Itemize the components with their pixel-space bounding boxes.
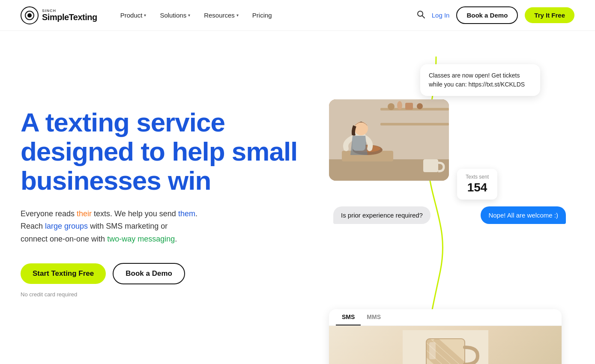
- nav-item-pricing[interactable]: Pricing: [246, 8, 278, 22]
- subtitle-large: large groups: [45, 222, 88, 230]
- login-link[interactable]: Log In: [432, 12, 450, 19]
- hero-title: A texting service designed to help small…: [21, 108, 312, 196]
- hero-left: A texting service designed to help small…: [21, 57, 312, 298]
- svg-rect-26: [429, 342, 436, 359]
- start-texting-free-button[interactable]: Start Texting Free: [21, 263, 106, 284]
- resources-label: Resources: [204, 12, 235, 19]
- subtitle-part5: .: [175, 235, 177, 243]
- book-demo-button-nav[interactable]: Book a Demo: [456, 6, 518, 24]
- logo[interactable]: sinch SimpleTexting: [21, 6, 97, 24]
- svg-rect-17: [423, 159, 438, 172]
- product-label: Product: [120, 12, 143, 19]
- svg-rect-9: [405, 103, 413, 110]
- resources-chevron-icon: ▾: [236, 13, 239, 18]
- hero-section: A texting service designed to help small…: [0, 31, 595, 364]
- subtitle-two-way: two-way messaging: [107, 235, 175, 243]
- svg-point-2: [418, 11, 423, 16]
- hero-illustration: Classes are now open! Get tickets while …: [329, 57, 574, 364]
- no-credit-card-text: No credit card required: [21, 291, 312, 298]
- photo-card: [329, 99, 449, 181]
- mms-image: [329, 326, 562, 364]
- logo-icon: [21, 6, 39, 24]
- navbar: sinch SimpleTexting Product ▾ Solutions …: [0, 0, 595, 31]
- texts-sent-label: Texts sent: [466, 174, 489, 180]
- product-chevron-icon: ▾: [144, 13, 146, 18]
- mms-tab[interactable]: MMS: [361, 309, 387, 325]
- mms-tabs: SMS MMS: [329, 309, 562, 326]
- try-free-button-nav[interactable]: Try It Free: [525, 7, 574, 23]
- photo-inner: [329, 99, 449, 181]
- subtitle-them: them: [178, 209, 195, 218]
- nav-right: Log In Book a Demo Try It Free: [416, 6, 574, 24]
- nav-links: Product ▾ Solutions ▾ Resources ▾ Pricin…: [114, 8, 416, 22]
- logo-text: sinch SimpleTexting: [42, 9, 97, 21]
- solutions-label: Solutions: [160, 12, 186, 19]
- hero-cta: Start Texting Free Book a Demo: [21, 263, 312, 284]
- subtitle-their: their: [77, 209, 92, 218]
- logo-simpletexting-label: SimpleTexting: [42, 13, 97, 21]
- svg-rect-6: [380, 123, 449, 125]
- svg-point-8: [397, 101, 402, 110]
- pottery-illustration: [329, 99, 449, 181]
- mms-card: SMS MMS: [329, 309, 562, 364]
- subtitle-part2: texts. We help you send: [92, 209, 178, 218]
- svg-line-3: [422, 16, 425, 18]
- nav-item-product[interactable]: Product ▾: [114, 8, 152, 22]
- nav-item-solutions[interactable]: Solutions ▾: [154, 8, 196, 22]
- svg-point-7: [388, 103, 395, 110]
- texts-sent-badge: Texts sent 154: [457, 169, 497, 200]
- svg-point-16: [354, 122, 368, 135]
- chat-area: Is prior experience required? Nope! All …: [333, 206, 566, 229]
- nav-item-resources[interactable]: Resources ▾: [198, 8, 245, 22]
- svg-point-1: [27, 13, 32, 18]
- svg-point-10: [417, 103, 423, 109]
- search-icon[interactable]: [416, 10, 425, 21]
- sms-tab[interactable]: SMS: [336, 309, 361, 325]
- outgoing-bubble: Nope! All are welcome :): [481, 206, 566, 224]
- incoming-bubble: Is prior experience required?: [333, 206, 431, 224]
- notification-text: Classes are now open! Get tickets while …: [429, 72, 525, 88]
- texts-sent-count: 154: [466, 181, 489, 194]
- subtitle-part1: Everyone reads: [21, 209, 77, 218]
- book-demo-button-hero[interactable]: Book a Demo: [113, 263, 185, 284]
- mug-illustration: [403, 330, 488, 364]
- solutions-chevron-icon: ▾: [188, 13, 190, 18]
- hero-subtitle: Everyone reads their texts. We help you …: [21, 208, 260, 246]
- notification-card: Classes are now open! Get tickets while …: [420, 64, 540, 96]
